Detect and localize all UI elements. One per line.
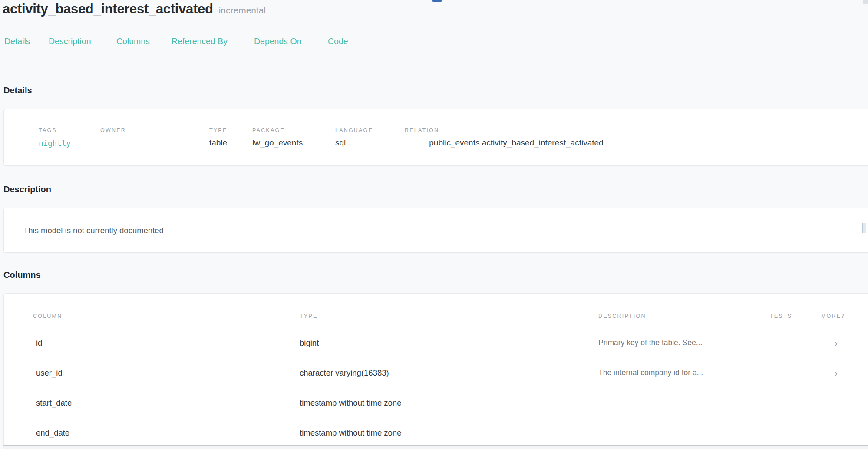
field-language-label: LANGUAGE [335,127,373,133]
table-row-start-date[interactable]: start_date timestamp without time zone [33,388,868,418]
cell-type: bigint [300,338,598,348]
field-package-value: lw_go_events [252,138,303,148]
field-tags-label: TAGS [39,127,57,133]
table-row-user-id[interactable]: user_id character varying(16383) The int… [33,358,868,388]
cell-type: timestamp without time zone [300,428,598,438]
field-package-label: PACKAGE [252,127,285,133]
field-relation-value: .public_events.activity_based_interest_a… [427,138,604,148]
cutoff-blue-button-fragment [432,0,442,2]
page-header: activity_based_interest_activatedincreme… [3,1,266,17]
nav-link-depends-on[interactable]: Depends On [254,36,302,46]
columns-table-header: COLUMN TYPE DESCRIPTION TESTS MORE? [33,310,868,323]
columns-table: COLUMN TYPE DESCRIPTION TESTS MORE? id b… [4,294,868,448]
header-tests: TESTS [770,313,821,319]
cell-column-name: id [33,338,300,348]
chevron-right-icon[interactable]: › [821,368,868,377]
field-language-value: sql [335,138,346,148]
nav-link-code[interactable]: Code [328,36,348,46]
cutoff-bottom-strip [3,446,868,449]
header-type: TYPE [300,313,598,319]
columns-card: COLUMN TYPE DESCRIPTION TESTS MORE? id b… [3,293,868,449]
cell-type: character varying(16383) [300,368,598,378]
header-more: MORE? [821,313,868,319]
field-relation-label: RELATION [405,127,439,133]
description-section-heading: Description [3,185,51,195]
nav-link-details[interactable]: Details [4,36,30,46]
columns-section-heading: Columns [3,270,41,280]
cell-type: timestamp without time zone [300,398,598,408]
description-card: This model is not currently documented [3,208,868,253]
cell-column-name: end_date [33,428,300,438]
description-text: This model is not currently documented [23,226,164,235]
field-type-label: TYPE [209,127,227,133]
header-description: DESCRIPTION [598,313,770,319]
header-column: COLUMN [33,313,300,319]
details-card: TAGS nightly OWNER TYPE table PACKAGE lw… [3,109,868,166]
materialization-badge: incremental [219,5,266,15]
field-tags-value[interactable]: nightly [39,139,71,148]
cell-column-name: start_date [33,398,300,408]
cutoff-corner-fragment [863,0,868,4]
cell-description: The internal company id for a... [598,368,770,377]
field-type-value: table [209,138,227,148]
details-section-heading: Details [3,86,32,96]
page-title: activity_based_interest_activated [3,1,213,17]
header-divider [0,63,868,63]
table-row-end-date[interactable]: end_date timestamp without time zone [33,418,868,448]
nav-link-description[interactable]: Description [49,36,91,46]
nav-link-referenced-by[interactable]: Referenced By [172,36,228,46]
field-owner-label: OWNER [100,127,126,133]
table-row-id[interactable]: id bigint Primary key of the table. See.… [33,328,868,358]
cell-description: Primary key of the table. See... [598,338,770,347]
edit-icon[interactable] [862,223,866,233]
cell-column-name: user_id [33,368,300,378]
nav-link-columns[interactable]: Columns [116,36,150,46]
chevron-right-icon[interactable]: › [821,338,868,347]
